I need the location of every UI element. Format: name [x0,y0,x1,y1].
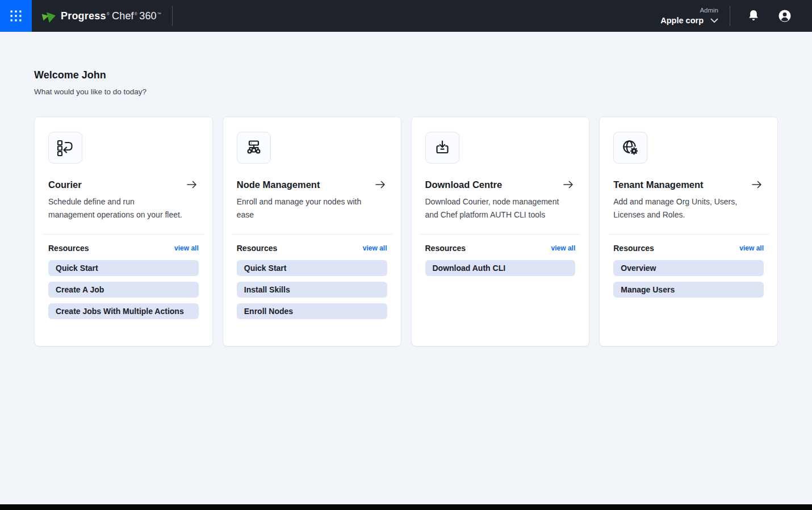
bottom-edge-bar [0,504,812,510]
resource-chip[interactable]: Manage Users [613,282,764,298]
view-all-link[interactable]: view all [174,244,199,252]
arrow-right-icon [563,180,574,189]
progress-logo-icon [41,9,56,24]
notifications-button[interactable] [747,9,760,23]
resources-label: Resources [237,244,278,253]
tenant-management-icon [621,139,639,157]
resource-chip[interactable]: Overview [613,260,764,276]
chevron-down-icon [710,18,718,23]
card-open-button[interactable] [563,180,575,189]
card-download-centre: Download Centre Download Courier, node m… [411,116,590,346]
card-divider [420,234,581,235]
view-all-link[interactable]: view all [551,244,576,252]
view-all-link[interactable]: view all [363,244,387,252]
card-icon-box [48,132,82,164]
grid-icon [10,10,22,22]
resource-chip[interactable]: Quick Start [48,260,199,276]
user-menu-button[interactable] [778,9,792,23]
resource-list: Download Auth CLI [425,260,576,276]
app-launcher-button[interactable] [0,0,32,32]
download-centre-icon [433,139,451,157]
card-open-button[interactable] [375,180,387,189]
arrow-right-icon [375,180,386,189]
card-divider [232,234,392,235]
header-divider [172,6,173,26]
card-divider [608,234,769,235]
resource-chip[interactable]: Download Auth CLI [425,260,576,276]
card-courier: Courier Schedule define and run manageme… [34,116,213,346]
card-open-button[interactable] [186,180,199,189]
top-bar: Progress®Chef®360™ Admin Apple corp [0,0,812,32]
card-open-button[interactable] [751,180,764,189]
bell-icon [747,9,760,23]
card-description: Schedule define and run management opera… [48,195,182,221]
brand: Progress®Chef®360™ [41,9,162,24]
resources-label: Resources [425,244,466,253]
welcome-subtitle: What would you like to do today? [34,87,778,97]
card-title: Node Management [237,178,320,191]
header-divider [730,6,730,26]
card-title: Download Centre [425,178,503,191]
welcome-title: Welcome John [34,68,778,82]
brand-company: Progress [61,10,106,22]
resource-chip[interactable]: Enroll Nodes [237,303,387,319]
tenant-role: Admin [660,7,718,14]
resource-chip[interactable]: Create A Job [48,282,199,298]
card-title: Tenant Management [613,178,703,191]
brand-suite: 360 [139,10,157,22]
resources-label: Resources [48,244,89,253]
card-divider [43,234,204,235]
brand-text: Progress®Chef®360™ [61,10,162,22]
feature-cards: Courier Schedule define and run manageme… [34,116,778,346]
card-title: Courier [48,178,82,191]
avatar-icon [778,9,792,23]
card-node-management: Node Management Enroll and manage your n… [223,116,401,346]
resource-list: Quick Start Install Skills Enroll Nodes [237,260,387,319]
header-actions: Admin Apple corp [660,6,812,26]
card-description: Download Courier, node management and Ch… [425,195,559,221]
registered-mark: ® [135,12,137,16]
card-tenant-management: Tenant Management Add and manage Org Uni… [599,116,778,346]
arrow-right-icon [186,180,198,189]
node-management-icon [245,139,263,157]
courier-icon [56,139,74,157]
resource-list: Overview Manage Users [613,260,764,298]
trademark-mark: ™ [157,12,161,16]
resource-chip[interactable]: Create Jobs With Multiple Actions [48,303,199,319]
card-icon-box [237,132,271,164]
arrow-right-icon [751,180,763,189]
tenant-switcher[interactable]: Admin Apple corp [660,7,718,25]
card-description: Add and manage Org Units, Users, License… [613,195,747,221]
resource-chip[interactable]: Install Skills [237,282,387,298]
card-description: Enroll and manage your nodes with ease [237,195,371,221]
resources-label: Resources [613,244,654,253]
tenant-name: Apple corp [660,16,704,25]
main-content: Welcome John What would you like to do t… [0,68,812,346]
card-icon-box [613,132,647,164]
resource-chip[interactable]: Quick Start [237,260,387,276]
brand-product: Chef [112,10,134,22]
registered-mark: ® [107,12,110,16]
card-icon-box [425,132,459,164]
view-all-link[interactable]: view all [739,244,764,252]
resource-list: Quick Start Create A Job Create Jobs Wit… [48,260,199,319]
